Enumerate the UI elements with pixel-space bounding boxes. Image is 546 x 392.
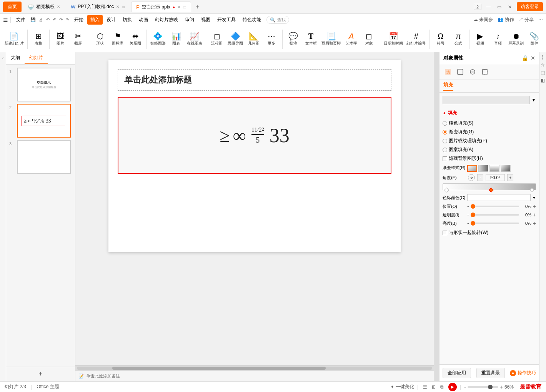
angle-plus-btn[interactable]: + xyxy=(507,174,513,181)
tab-pptx[interactable]: P 空白演示.pptx ● ✕ ▭ xyxy=(131,2,191,12)
menu-dev[interactable]: 开发工具 xyxy=(214,15,239,25)
brightness-track[interactable] xyxy=(471,223,519,224)
grid-view-btn[interactable]: ⊞ xyxy=(430,384,437,390)
far-right-btn1[interactable]: ⟩ xyxy=(542,55,544,60)
play-btn[interactable]: ▶ xyxy=(448,383,457,391)
zoom-slider[interactable] xyxy=(468,386,498,388)
v-scrollbar[interactable] xyxy=(434,52,439,381)
fill-hide-row[interactable]: 隐藏背景图形(H) xyxy=(443,155,536,162)
menu-special[interactable]: 特色功能 xyxy=(240,15,264,25)
fill-color-box[interactable] xyxy=(443,96,530,104)
canvas-scroll[interactable]: 单击此处添加标题 ≥ ∞ 11 / xyxy=(75,52,434,365)
fill-pattern-row[interactable]: 图案填充(A) xyxy=(443,146,536,153)
split-view-btn[interactable]: ⧉ xyxy=(439,384,445,390)
fill-hide-checkbox-group[interactable]: 隐藏背景图形(H) xyxy=(443,155,483,162)
colorstop-color-arrow[interactable]: ▼ xyxy=(532,196,536,200)
fill-pattern-radio[interactable]: 图案填充(A) xyxy=(443,146,473,153)
more-menu-btn[interactable]: ⋯ xyxy=(538,17,543,23)
menu-start[interactable]: 开始 xyxy=(71,15,87,25)
zoom-in-btn[interactable]: + xyxy=(500,384,503,390)
angle-value[interactable]: 90.0° xyxy=(486,174,505,181)
transparency-thumb[interactable] xyxy=(471,213,475,217)
search-bar[interactable]: 🔍 查找 xyxy=(266,16,289,24)
flow-btn[interactable]: ◻ 流程图 xyxy=(208,32,225,47)
rotate-shape-row[interactable]: 与形状一起旋转(W) xyxy=(443,229,536,236)
transparency-track[interactable] xyxy=(471,214,519,216)
h-scroll-thumb[interactable] xyxy=(112,367,325,370)
hamburger-menu[interactable]: ☰ xyxy=(3,17,8,23)
close-button[interactable]: ✕ xyxy=(506,3,514,11)
slide-item-2[interactable]: 2 ≥∞ ¹¹⁄₂² ⁄₅ 33 xyxy=(9,104,72,138)
fill-texture-row[interactable]: 图片或纹理填充(P) xyxy=(443,138,536,144)
screenrec-btn[interactable]: ⏺ 屏幕录制 xyxy=(507,32,525,47)
collab-btn[interactable]: 👥 协作 xyxy=(498,17,514,23)
tab-template-close[interactable]: ✕ xyxy=(57,5,60,9)
add-slide-btn[interactable]: + xyxy=(6,367,75,381)
attachment-btn[interactable]: 📎 附件 xyxy=(526,32,543,47)
border-tab-icon[interactable] xyxy=(455,66,466,77)
slidenum-btn[interactable]: # 幻灯片编号 xyxy=(405,32,427,47)
home-tab[interactable]: 首页 xyxy=(3,2,22,12)
table-btn[interactable]: ⊞ 表格 xyxy=(30,32,47,47)
more-btn[interactable]: ⋯ 更多 xyxy=(263,32,280,47)
color-stop-left[interactable] xyxy=(444,188,449,193)
fill-section-title[interactable]: ▲ 填充 xyxy=(443,108,536,118)
canvas-note[interactable]: 📝 单击此处添加备注 xyxy=(75,370,434,381)
lock-icon[interactable]: 🔒 xyxy=(522,55,528,61)
sync-btn[interactable]: ☁ 未同步 xyxy=(473,17,493,23)
iconlib-btn[interactable]: ⚑ 图标库 xyxy=(109,32,126,47)
fill-solid-radio[interactable]: 纯色填充(S) xyxy=(443,120,473,126)
h-scrollbar[interactable] xyxy=(75,365,434,370)
position-plus[interactable]: + xyxy=(533,203,536,209)
fill-hide-checkbox[interactable] xyxy=(443,156,447,161)
menu-animation[interactable]: 动画 xyxy=(136,15,151,25)
tab-doc-close[interactable]: ✕ xyxy=(116,5,119,9)
video-btn[interactable]: ▶ 视频 xyxy=(472,32,489,47)
menu-insert[interactable]: 插入 xyxy=(87,15,103,25)
share-btn[interactable]: ↗ 分享 xyxy=(519,17,534,23)
minimize-button[interactable]: — xyxy=(484,3,492,11)
new-slide-btn[interactable]: 📄 新建幻灯片 xyxy=(3,32,25,47)
slides-tab[interactable]: 幻灯片 xyxy=(25,52,48,64)
reset-btn[interactable]: 重置背景 xyxy=(476,368,505,378)
print-btn[interactable]: 🖨 xyxy=(38,17,44,23)
brightness-plus[interactable]: + xyxy=(533,220,536,226)
grad-style-3[interactable] xyxy=(489,165,499,172)
brightness-thumb[interactable] xyxy=(471,221,475,226)
far-right-btn3[interactable]: ⬚ xyxy=(541,70,545,75)
transparency-plus[interactable]: + xyxy=(533,212,536,218)
textbox-btn[interactable]: T 文本框 xyxy=(303,32,320,47)
list-view-btn[interactable]: ☰ xyxy=(421,384,429,390)
brightness-minus[interactable]: - xyxy=(467,220,469,226)
menu-file[interactable]: 文件 xyxy=(13,15,28,25)
chart-btn[interactable]: 📊 图表 xyxy=(168,32,185,47)
beautify-btn[interactable]: ✦ 一键美化 xyxy=(390,384,414,390)
menu-review[interactable]: 审阅 xyxy=(182,15,197,25)
online-chart-btn[interactable]: 📈 在线图表 xyxy=(185,32,203,47)
tab-pptx-close[interactable]: ✕ xyxy=(177,5,180,9)
panel-toggle[interactable]: ‹ xyxy=(0,52,6,381)
colorstop-color-box[interactable] xyxy=(467,194,531,201)
redo-btn[interactable]: ↷ xyxy=(58,17,64,23)
far-right-btn2[interactable]: ☆ xyxy=(541,62,545,68)
fill-tab-icon[interactable]: 填 xyxy=(443,66,453,77)
position-minus[interactable]: - xyxy=(467,203,469,209)
slide-item-1[interactable]: 1 空白演示 单击此处添加副标题 xyxy=(9,68,72,101)
fill-color-arrow[interactable]: ▼ xyxy=(531,97,536,103)
outline-tab[interactable]: 大纲 xyxy=(6,52,25,64)
maximize-button[interactable]: ▭ xyxy=(495,3,503,11)
formula-btn[interactable]: π 公式 xyxy=(450,32,467,47)
far-right-btn4[interactable]: ◧ xyxy=(541,78,545,83)
grad-style-2[interactable] xyxy=(478,165,488,172)
fill-texture-radio[interactable]: 图片或纹理填充(P) xyxy=(443,138,487,144)
rotate-shape-checkbox[interactable] xyxy=(443,231,447,235)
object-btn[interactable]: ◻ 对象 xyxy=(361,32,378,47)
tab-template[interactable]: 🍚 稻壳模板 ✕ xyxy=(23,2,65,12)
position-track[interactable] xyxy=(471,206,519,207)
color-stop-right[interactable] xyxy=(529,188,534,193)
menu-view[interactable]: 视图 xyxy=(198,15,213,25)
redo2-btn[interactable]: ↷ xyxy=(65,17,70,23)
effect-tab-icon[interactable] xyxy=(467,66,478,77)
color-stop-bar[interactable] xyxy=(443,183,536,190)
grad-style-4[interactable] xyxy=(501,165,511,172)
